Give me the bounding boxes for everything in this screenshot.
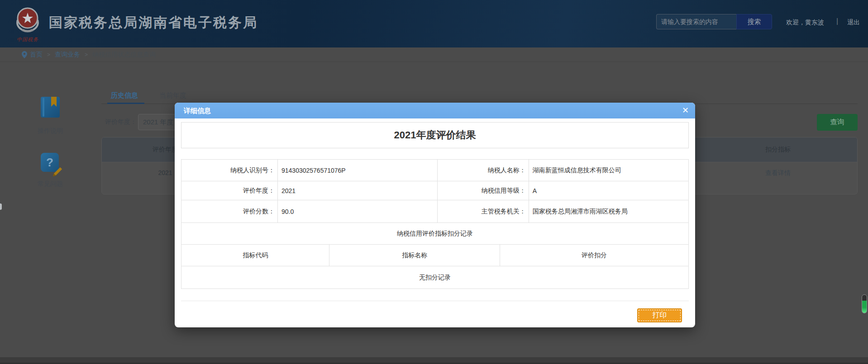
table-row: 评价分数： 90.0 主管税务机关： 国家税务总局湘潭市雨湖区税务局 <box>181 200 689 223</box>
credit-grade-value: A <box>529 181 688 200</box>
tab-current-year[interactable]: 当前年度 <box>159 91 186 100</box>
active-tab-underline <box>107 103 144 104</box>
table-row: 评价年度： 2021 纳税信用等级： A <box>181 181 689 200</box>
modal-title: 详细信息 <box>184 107 211 114</box>
breadcrumb-separator: > <box>47 52 50 58</box>
column-deduction-indicator: 扣分指标 <box>699 146 857 154</box>
breadcrumb-query-business[interactable]: 查询业务 <box>55 51 80 59</box>
column-indicator-name: 指标名称 <box>329 245 500 266</box>
breadcrumb: 首页 > 查询业务 > 纳税信用状态信息查询 <box>0 47 868 62</box>
tab-history-info[interactable]: 历史信息 <box>111 91 138 100</box>
tax-authority-label: 主管税务机关： <box>438 200 529 223</box>
sidebar-item-faq[interactable]: 常见问题 <box>23 180 77 188</box>
deduction-section-title: 纳税信用评价指标扣分记录 <box>181 223 689 245</box>
tax-bureau-logo: 中国税务 <box>11 5 44 43</box>
modal-title-bar: 详细信息 ✕ <box>175 103 695 118</box>
tax-authority-value: 国家税务总局湘潭市雨湖区税务局 <box>529 200 688 223</box>
evaluation-result-heading: 2021年度评价结果 <box>181 122 689 148</box>
evaluation-year-label: 评价年度： <box>181 181 278 200</box>
deduction-table-header: 指标代码 指标名称 评价扣分 <box>181 245 689 266</box>
column-evaluation-deduction: 评价扣分 <box>500 245 688 266</box>
print-button[interactable]: 打印 <box>637 308 682 322</box>
evaluation-score-label: 评价分数： <box>181 200 278 223</box>
table-row: 无扣分记录 <box>181 266 689 289</box>
taxpayer-id-label: 纳税人识别号： <box>181 160 278 181</box>
credit-grade-label: 纳税信用等级： <box>438 181 529 200</box>
question-pencil-icon[interactable]: ? <box>41 153 59 172</box>
national-emblem-icon <box>13 5 42 33</box>
location-pin-icon <box>22 51 27 58</box>
logout-link[interactable]: 退出 <box>847 19 860 27</box>
evaluation-info-table: 纳税人识别号： 91430302576571076P 纳税人名称： 湖南新蓝恒成… <box>181 159 689 245</box>
detail-modal: 详细信息 ✕ 2021年度评价结果 纳税人识别号： 91430302576571… <box>175 103 695 327</box>
query-button[interactable]: 查询 <box>817 114 858 131</box>
search-button[interactable]: 搜索 <box>736 14 772 29</box>
table-row: 纳税人识别号： 91430302576571076P 纳税人名称： 湖南新蓝恒成… <box>181 160 689 181</box>
modal-footer-divider <box>181 301 689 301</box>
book-icon[interactable] <box>41 97 60 118</box>
edge-drawer-handle[interactable] <box>0 203 2 210</box>
breadcrumb-current: 纳税信用状态信息查询 <box>92 51 156 59</box>
column-indicator-code: 指标代码 <box>181 245 329 266</box>
sidebar-item-instructions[interactable]: 操作说明 <box>23 127 77 135</box>
site-header: 中国税务 国家税务总局湖南省电子税务局 搜索 欢迎，黄东波 | 退出 <box>0 0 868 47</box>
taxpayer-id-value: 91430302576571076P <box>277 160 437 181</box>
no-deduction-record-text: 无扣分记录 <box>181 266 689 289</box>
table-row: 纳税信用评价指标扣分记录 <box>181 223 689 245</box>
deduction-table: 指标代码 指标名称 评价扣分 无扣分记录 <box>181 244 689 289</box>
page-footer <box>0 357 868 364</box>
welcome-text: 欢迎，黄东波 <box>786 19 824 27</box>
taxpayer-name-value: 湖南新蓝恒成信息技术有限公司 <box>529 160 688 181</box>
taxpayer-name-label: 纳税人名称： <box>438 160 529 181</box>
close-icon[interactable]: ✕ <box>682 103 689 118</box>
header-divider: | <box>836 17 838 25</box>
scroll-indicator[interactable] <box>862 294 867 313</box>
search-input[interactable] <box>656 14 736 29</box>
view-details-link[interactable]: 查看详情 <box>699 169 857 177</box>
logo-caption: 中国税务 <box>11 36 44 43</box>
site-title: 国家税务总局湖南省电子税务局 <box>49 14 258 32</box>
breadcrumb-separator: > <box>85 52 88 58</box>
modal-body: 2021年度评价结果 纳税人识别号： 91430302576571076P 纳税… <box>175 122 695 322</box>
evaluation-score-value: 90.0 <box>277 200 437 223</box>
evaluation-year-value: 2021 <box>277 181 437 200</box>
breadcrumb-home[interactable]: 首页 <box>30 51 43 59</box>
evaluation-year-label: 评价年度： <box>105 118 137 126</box>
